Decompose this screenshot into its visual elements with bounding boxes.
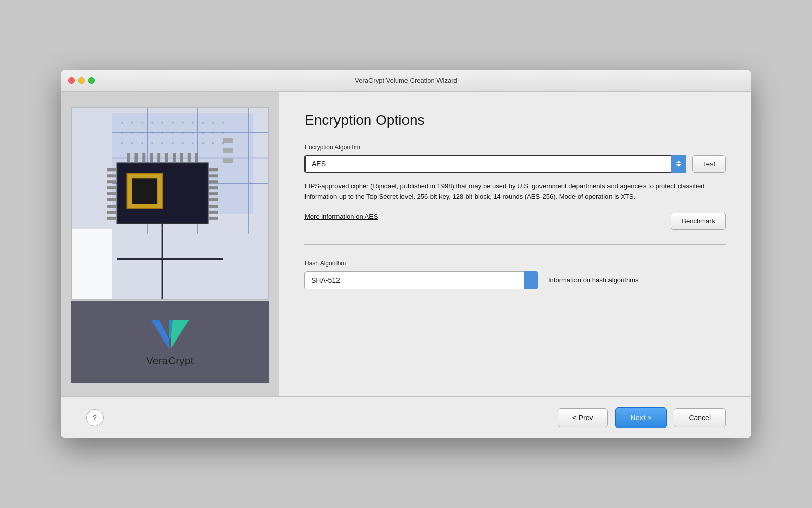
benchmark-button[interactable]: Benchmark — [671, 213, 726, 230]
svg-rect-12 — [107, 186, 116, 189]
svg-point-74 — [202, 142, 204, 144]
prev-button[interactable]: < Prev — [558, 408, 608, 427]
window-body: VeraCrypt Encryption Options Encryption … — [61, 92, 751, 396]
minimize-button[interactable] — [78, 77, 85, 84]
svg-point-46 — [141, 122, 143, 124]
left-panel: VeraCrypt — [61, 92, 279, 396]
svg-point-65 — [222, 132, 224, 134]
svg-point-76 — [222, 142, 224, 144]
svg-point-75 — [212, 142, 214, 144]
footer: ? < Prev Next > Cancel — [61, 396, 751, 438]
svg-point-58 — [151, 132, 153, 134]
svg-rect-18 — [209, 168, 218, 171]
svg-point-64 — [212, 132, 214, 134]
svg-point-49 — [172, 122, 174, 124]
svg-rect-28 — [134, 153, 138, 162]
svg-point-56 — [131, 132, 133, 134]
brand-name: VeraCrypt — [146, 355, 193, 367]
svg-point-54 — [222, 122, 224, 124]
algorithm-description: FIPS-approved cipher (Rijndael, publishe… — [304, 181, 726, 202]
svg-point-45 — [131, 122, 133, 124]
svg-point-67 — [131, 142, 133, 144]
svg-rect-34 — [180, 153, 183, 162]
veracrypt-logo-icon — [150, 317, 190, 350]
divider — [304, 244, 726, 245]
svg-point-63 — [202, 132, 204, 134]
maximize-button[interactable] — [88, 77, 95, 84]
svg-rect-30 — [150, 153, 153, 162]
encryption-select-wrapper: AES Serpent Twofish Camellia Kuznyechik — [304, 155, 686, 173]
svg-rect-78 — [72, 229, 268, 229]
svg-rect-29 — [142, 153, 145, 162]
svg-rect-19 — [209, 174, 218, 177]
help-button[interactable]: ? — [86, 409, 104, 426]
svg-point-51 — [192, 122, 194, 124]
svg-point-50 — [182, 122, 184, 124]
svg-rect-23 — [209, 198, 218, 201]
svg-marker-81 — [151, 320, 169, 349]
svg-rect-9 — [107, 168, 116, 171]
svg-point-62 — [192, 132, 194, 134]
svg-point-53 — [212, 122, 214, 124]
svg-point-44 — [121, 122, 123, 124]
svg-rect-10 — [107, 174, 116, 177]
encryption-algorithm-label: Encryption Algorithm — [304, 144, 726, 151]
svg-rect-36 — [195, 153, 198, 162]
close-button[interactable] — [68, 77, 75, 84]
hash-section: Hash Algorithm SHA-512 SHA-256 Whirlpool… — [304, 260, 726, 289]
illustration: VeraCrypt — [71, 107, 269, 381]
svg-rect-42 — [223, 148, 233, 153]
svg-rect-38 — [132, 178, 157, 204]
traffic-lights — [68, 77, 95, 84]
section-title: Encryption Options — [304, 112, 726, 128]
help-icon: ? — [93, 414, 97, 422]
svg-point-61 — [182, 132, 184, 134]
veracrypt-logo-area: VeraCrypt — [71, 301, 269, 383]
svg-rect-33 — [173, 153, 176, 162]
test-button[interactable]: Test — [692, 155, 726, 173]
svg-point-55 — [121, 132, 123, 134]
svg-rect-25 — [209, 211, 218, 214]
cancel-button[interactable]: Cancel — [674, 408, 726, 427]
svg-rect-77 — [72, 229, 112, 299]
benchmark-row: More information on AES Benchmark — [304, 213, 726, 230]
svg-rect-43 — [223, 158, 233, 163]
hash-info-link[interactable]: Information on hash algorithms — [548, 276, 638, 284]
hash-select-wrapper: SHA-512 SHA-256 Whirlpool BLAKE2s-256 — [304, 271, 538, 289]
hash-algorithm-label: Hash Algorithm — [304, 260, 726, 267]
svg-rect-17 — [107, 217, 116, 220]
svg-point-72 — [182, 142, 184, 144]
encryption-algorithm-select[interactable]: AES Serpent Twofish Camellia Kuznyechik — [304, 155, 686, 173]
svg-rect-32 — [165, 153, 168, 162]
more-info-link[interactable]: More information on AES — [304, 213, 378, 230]
svg-rect-35 — [188, 153, 191, 162]
svg-point-66 — [121, 142, 123, 144]
svg-marker-82 — [171, 320, 189, 349]
svg-rect-26 — [209, 217, 218, 220]
svg-point-60 — [172, 132, 174, 134]
svg-rect-21 — [209, 186, 218, 189]
encryption-row: AES Serpent Twofish Camellia Kuznyechik … — [304, 155, 726, 173]
svg-rect-13 — [107, 192, 116, 195]
titlebar: VeraCrypt Volume Creation Wizard — [61, 70, 751, 92]
svg-point-71 — [172, 142, 174, 144]
main-window: VeraCrypt Volume Creation Wizard — [61, 70, 751, 438]
svg-point-48 — [161, 122, 163, 124]
svg-rect-15 — [107, 205, 116, 208]
svg-point-57 — [141, 132, 143, 134]
svg-rect-22 — [209, 192, 218, 195]
hash-row: SHA-512 SHA-256 Whirlpool BLAKE2s-256 In… — [304, 271, 726, 289]
next-button[interactable]: Next > — [615, 407, 667, 428]
circuit-illustration — [71, 107, 269, 300]
right-panel: Encryption Options Encryption Algorithm … — [279, 92, 751, 396]
svg-point-68 — [141, 142, 143, 144]
svg-rect-24 — [209, 205, 218, 208]
svg-rect-27 — [127, 153, 130, 162]
hash-algorithm-select[interactable]: SHA-512 SHA-256 Whirlpool BLAKE2s-256 — [304, 271, 538, 289]
svg-rect-16 — [107, 211, 116, 214]
svg-point-73 — [192, 142, 194, 144]
svg-rect-11 — [107, 180, 116, 183]
svg-point-52 — [202, 122, 204, 124]
svg-point-70 — [161, 142, 163, 144]
svg-rect-20 — [209, 180, 218, 183]
